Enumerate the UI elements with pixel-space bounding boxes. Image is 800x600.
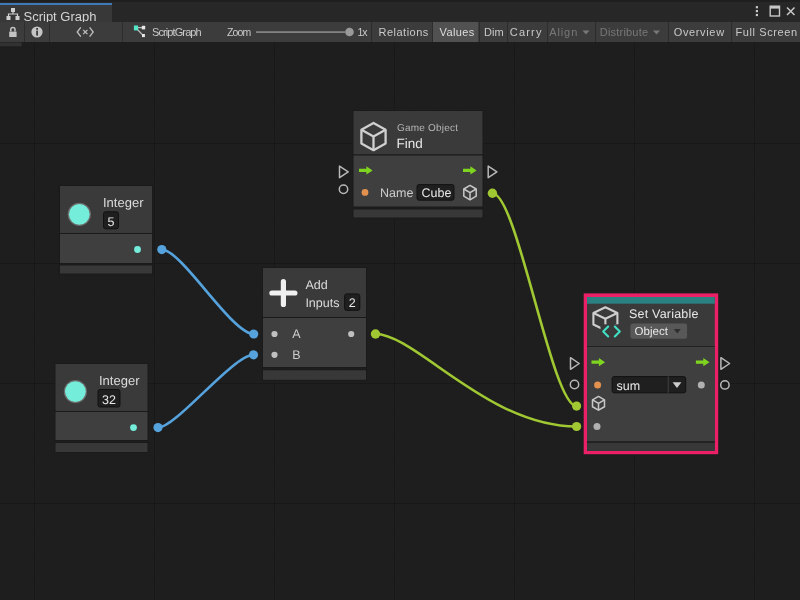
- svg-text:Integer: Integer: [99, 373, 140, 388]
- svg-text:32: 32: [102, 393, 116, 407]
- svg-text:Add: Add: [305, 278, 327, 292]
- svg-text:2: 2: [349, 296, 356, 310]
- svg-text:5: 5: [108, 215, 115, 229]
- svg-text:Find: Find: [397, 136, 423, 151]
- svg-text:B: B: [292, 348, 300, 362]
- svg-text:Integer: Integer: [103, 195, 144, 210]
- svg-text:Object: Object: [635, 326, 669, 338]
- svg-text:Cube: Cube: [422, 186, 452, 200]
- svg-text:A: A: [292, 327, 301, 341]
- svg-text:Name: Name: [380, 186, 413, 200]
- svg-text:sum: sum: [617, 379, 641, 393]
- svg-text:Set Variable: Set Variable: [629, 307, 699, 321]
- svg-text:Game Object: Game Object: [397, 123, 458, 134]
- svg-text:Inputs: Inputs: [305, 296, 339, 310]
